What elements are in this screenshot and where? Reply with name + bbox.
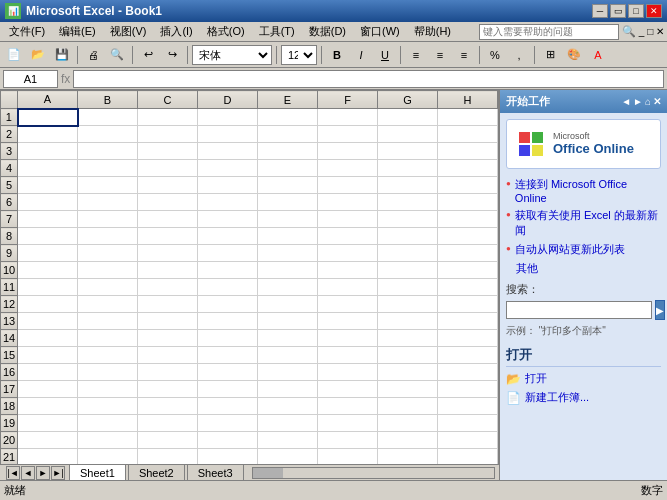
cell-5-0[interactable]	[18, 177, 78, 194]
cell-7-6[interactable]	[378, 211, 438, 228]
cell-6-5[interactable]	[318, 194, 378, 211]
cell-12-4[interactable]	[258, 296, 318, 313]
cell-11-6[interactable]	[378, 279, 438, 296]
sheet-tab-2[interactable]: Sheet2	[128, 464, 185, 480]
font-color-button[interactable]: A	[587, 44, 609, 66]
cell-19-7[interactable]	[438, 415, 498, 432]
cell-14-3[interactable]	[198, 330, 258, 347]
col-header-d[interactable]: D	[198, 91, 258, 109]
cell-19-1[interactable]	[78, 415, 138, 432]
cell-21-5[interactable]	[318, 449, 378, 465]
cell-18-0[interactable]	[18, 398, 78, 415]
redo-button[interactable]: ↪	[161, 44, 183, 66]
cell-7-1[interactable]	[78, 211, 138, 228]
row-header-1[interactable]: 1	[1, 109, 18, 126]
cell-15-5[interactable]	[318, 347, 378, 364]
cell-15-0[interactable]	[18, 347, 78, 364]
cell-17-0[interactable]	[18, 381, 78, 398]
col-header-f[interactable]: F	[318, 91, 378, 109]
minimize-button[interactable]: ─	[592, 4, 608, 18]
cell-18-3[interactable]	[198, 398, 258, 415]
cell-4-3[interactable]	[198, 160, 258, 177]
cell-18-2[interactable]	[138, 398, 198, 415]
align-left-button[interactable]: ≡	[405, 44, 427, 66]
cell-12-7[interactable]	[438, 296, 498, 313]
cell-20-3[interactable]	[198, 432, 258, 449]
cell-7-5[interactable]	[318, 211, 378, 228]
task-pane-close-button[interactable]: ✕	[653, 96, 661, 107]
cell-2-4[interactable]	[258, 126, 318, 143]
cell-1-4[interactable]	[258, 109, 318, 126]
bold-button[interactable]: B	[326, 44, 348, 66]
cell-2-6[interactable]	[378, 126, 438, 143]
cell-11-3[interactable]	[198, 279, 258, 296]
row-header-4[interactable]: 4	[1, 160, 18, 177]
row-header-20[interactable]: 20	[1, 432, 18, 449]
cell-4-4[interactable]	[258, 160, 318, 177]
cell-13-1[interactable]	[78, 313, 138, 330]
row-header-10[interactable]: 10	[1, 262, 18, 279]
cell-20-2[interactable]	[138, 432, 198, 449]
cell-12-0[interactable]	[18, 296, 78, 313]
cell-2-7[interactable]	[438, 126, 498, 143]
cell-14-2[interactable]	[138, 330, 198, 347]
cell-16-1[interactable]	[78, 364, 138, 381]
cell-4-7[interactable]	[438, 160, 498, 177]
cell-19-0[interactable]	[18, 415, 78, 432]
cell-6-1[interactable]	[78, 194, 138, 211]
cell-8-5[interactable]	[318, 228, 378, 245]
cell-20-7[interactable]	[438, 432, 498, 449]
cell-13-6[interactable]	[378, 313, 438, 330]
cell-15-2[interactable]	[138, 347, 198, 364]
h-scroll-track[interactable]	[252, 467, 496, 479]
cell-9-7[interactable]	[438, 245, 498, 262]
cell-18-7[interactable]	[438, 398, 498, 415]
cell-8-2[interactable]	[138, 228, 198, 245]
cell-15-1[interactable]	[78, 347, 138, 364]
col-header-c[interactable]: C	[138, 91, 198, 109]
cell-6-0[interactable]	[18, 194, 78, 211]
cell-16-4[interactable]	[258, 364, 318, 381]
row-header-13[interactable]: 13	[1, 313, 18, 330]
new-button[interactable]: 📄	[3, 44, 25, 66]
font-size-selector[interactable]: 12	[281, 45, 317, 65]
save-button[interactable]: 💾	[51, 44, 73, 66]
other-link[interactable]: 其他	[516, 261, 661, 276]
task-search-input[interactable]	[506, 301, 652, 319]
cell-2-0[interactable]	[18, 126, 78, 143]
cell-1-0[interactable]	[18, 109, 78, 126]
task-link-2[interactable]: ● 获取有关使用 Excel 的最新新闻	[506, 208, 661, 238]
cell-2-3[interactable]	[198, 126, 258, 143]
print-preview-button[interactable]: 🔍	[106, 44, 128, 66]
cell-7-7[interactable]	[438, 211, 498, 228]
row-header-2[interactable]: 2	[1, 126, 18, 143]
cell-8-3[interactable]	[198, 228, 258, 245]
cell-4-6[interactable]	[378, 160, 438, 177]
col-header-e[interactable]: E	[258, 91, 318, 109]
cell-4-2[interactable]	[138, 160, 198, 177]
task-link-3[interactable]: ● 自动从网站更新此列表	[506, 242, 661, 257]
cell-17-6[interactable]	[378, 381, 438, 398]
fill-color-button[interactable]: 🎨	[563, 44, 585, 66]
cell-5-1[interactable]	[78, 177, 138, 194]
cell-2-1[interactable]	[78, 126, 138, 143]
row-header-14[interactable]: 14	[1, 330, 18, 347]
cell-16-5[interactable]	[318, 364, 378, 381]
cell-6-4[interactable]	[258, 194, 318, 211]
cell-18-5[interactable]	[318, 398, 378, 415]
percent-button[interactable]: %	[484, 44, 506, 66]
menu-view[interactable]: 视图(V)	[104, 22, 153, 41]
cell-9-0[interactable]	[18, 245, 78, 262]
cell-12-6[interactable]	[378, 296, 438, 313]
cell-4-0[interactable]	[18, 160, 78, 177]
row-header-12[interactable]: 12	[1, 296, 18, 313]
cell-16-7[interactable]	[438, 364, 498, 381]
align-right-button[interactable]: ≡	[453, 44, 475, 66]
cell-19-6[interactable]	[378, 415, 438, 432]
cell-3-2[interactable]	[138, 143, 198, 160]
cell-21-6[interactable]	[378, 449, 438, 465]
help-search-input[interactable]	[479, 24, 619, 40]
cell-14-1[interactable]	[78, 330, 138, 347]
cell-3-5[interactable]	[318, 143, 378, 160]
cell-5-7[interactable]	[438, 177, 498, 194]
